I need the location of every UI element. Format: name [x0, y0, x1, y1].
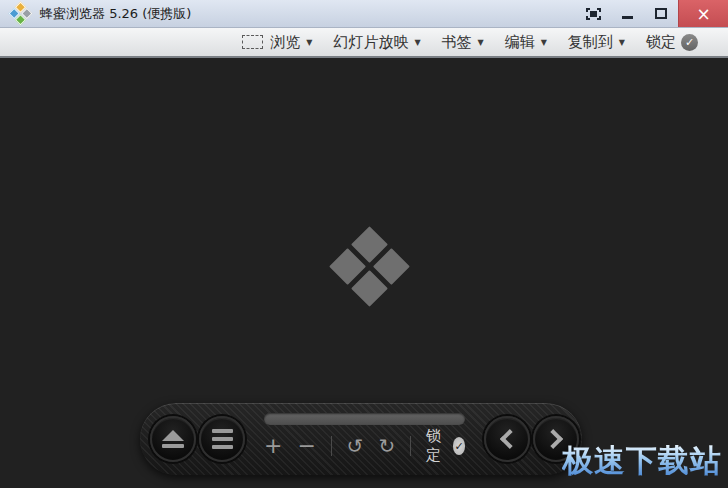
minimize-button[interactable]: [610, 0, 644, 27]
fullscreen-icon: [586, 8, 601, 20]
floating-toolbar: + − ↺ ↻ 锁定 ✓: [140, 403, 582, 475]
menu-edit-label: 编辑: [505, 33, 535, 52]
menu-bookmarks-label: 书签: [442, 33, 472, 52]
chevron-left-icon: [500, 429, 520, 449]
chevron-down-icon: ▼: [306, 38, 312, 47]
lock-label: 锁定: [426, 427, 447, 465]
menu-slideshow-label: 幻灯片放映: [333, 33, 408, 52]
minimize-icon: [622, 16, 633, 19]
chevron-down-icon: ▼: [619, 38, 625, 47]
divider: [331, 436, 332, 456]
hamburger-icon: [212, 429, 233, 433]
app-logo-icon: [8, 1, 32, 25]
app-window: 蜂蜜浏览器 5.26 (便携版) × 浏览 ▼ 幻灯片放映: [0, 0, 728, 488]
close-button[interactable]: ×: [678, 0, 728, 27]
menu-browse[interactable]: 浏览 ▼: [242, 33, 312, 52]
zoom-out-button[interactable]: −: [297, 435, 315, 457]
fit-view-icon: [242, 35, 263, 49]
window-title: 蜂蜜浏览器 5.26 (便携版): [40, 5, 191, 23]
chevron-down-icon: ▼: [478, 38, 484, 47]
watermark-text: 极速下载站: [562, 440, 722, 482]
menu-button[interactable]: [199, 416, 245, 462]
maximize-icon: [655, 8, 667, 19]
check-icon: ✓: [681, 34, 698, 51]
menu-copy-to[interactable]: 复制到 ▼: [568, 33, 625, 52]
zoom-in-button[interactable]: +: [264, 435, 282, 457]
chevron-down-icon: ▼: [414, 38, 420, 47]
check-glyph: ✓: [685, 36, 694, 49]
close-icon: ×: [696, 4, 710, 24]
menu-copy-to-label: 复制到: [568, 33, 613, 52]
eject-icon: [162, 430, 184, 441]
menu-edit[interactable]: 编辑 ▼: [505, 33, 547, 52]
chevron-down-icon: ▼: [541, 38, 547, 47]
maximize-button[interactable]: [644, 0, 678, 27]
previous-button[interactable]: [484, 416, 530, 462]
image-canvas: + − ↺ ↻ 锁定 ✓ 极速下载站: [0, 60, 728, 488]
placeholder-logo-icon: [329, 226, 410, 307]
menu-slideshow[interactable]: 幻灯片放映 ▼: [333, 33, 420, 52]
zoom-slider[interactable]: [264, 413, 465, 425]
menubar: 浏览 ▼ 幻灯片放映 ▼ 书签 ▼ 编辑 ▼ 复制到 ▼ 锁定 ✓: [0, 28, 728, 58]
menu-browse-label: 浏览: [270, 33, 300, 52]
check-glyph: ✓: [455, 440, 464, 453]
rotate-right-button[interactable]: ↻: [378, 436, 395, 456]
menu-lock[interactable]: 锁定 ✓: [646, 33, 698, 52]
toolbar-controls: + − ↺ ↻ 锁定 ✓: [264, 425, 465, 475]
menu-bookmarks[interactable]: 书签 ▼: [442, 33, 484, 52]
eject-button[interactable]: [150, 416, 196, 462]
divider: [410, 436, 411, 456]
check-icon: ✓: [453, 437, 466, 455]
window-controls: ×: [576, 0, 728, 27]
fullscreen-button[interactable]: [576, 0, 610, 27]
menu-lock-label: 锁定: [646, 33, 676, 52]
chevron-right-icon: [544, 429, 564, 449]
lock-toggle[interactable]: 锁定 ✓: [426, 427, 466, 465]
rotate-left-button[interactable]: ↺: [347, 436, 364, 456]
titlebar: 蜂蜜浏览器 5.26 (便携版) ×: [0, 0, 728, 28]
toolbar-center: + − ↺ ↻ 锁定 ✓: [248, 403, 481, 475]
